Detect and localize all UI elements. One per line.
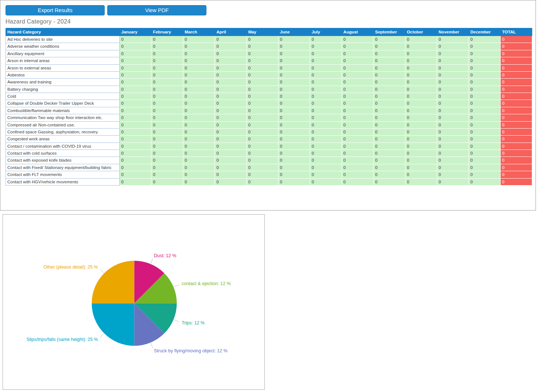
chart-panel: Dust: 12 %contact & ejection: 12 %Trips:… <box>3 214 265 390</box>
hazard-category-cell: Ad Hoc deliveries to site <box>6 36 120 43</box>
view-pdf-button[interactable]: View PDF <box>107 5 206 15</box>
month-value-cell: 0 <box>374 93 405 100</box>
pie-leader-line <box>173 319 179 322</box>
month-value-cell: 0 <box>183 93 215 100</box>
month-value-cell: 0 <box>437 43 469 50</box>
month-value-cell: 0 <box>246 157 278 164</box>
table-row: Awareness and training0000000000000 <box>6 79 532 86</box>
hazard-category-cell: Awareness and training <box>6 79 120 86</box>
month-value-cell: 0 <box>183 178 215 185</box>
month-value-cell: 0 <box>342 100 373 107</box>
hazard-category-cell: Communication Two way shop floor interac… <box>6 114 120 121</box>
pie-label-trips: Trips: 12 % <box>182 320 205 326</box>
month-value-cell: 0 <box>374 178 405 185</box>
month-value-cell: 0 <box>374 114 405 121</box>
month-value-cell: 0 <box>469 171 501 178</box>
month-value-cell: 0 <box>469 64 501 71</box>
month-value-cell: 0 <box>437 36 469 43</box>
month-value-cell: 0 <box>151 150 183 157</box>
month-value-cell: 0 <box>151 64 183 71</box>
table-row: Confined space Gassing, asphyxiation, re… <box>6 128 532 135</box>
month-value-cell: 0 <box>215 79 246 86</box>
month-value-cell: 0 <box>278 50 310 57</box>
hazard-category-cell: Compressed air Non-contained use. <box>6 121 120 128</box>
month-value-cell: 0 <box>183 136 215 143</box>
month-value-cell: 0 <box>437 150 469 157</box>
month-value-cell: 0 <box>374 43 405 50</box>
month-value-cell: 0 <box>374 64 405 71</box>
total-value-cell: 0 <box>501 143 532 150</box>
month-value-cell: 0 <box>183 171 215 178</box>
month-value-cell: 0 <box>437 57 469 64</box>
hazard-table-body: Ad Hoc deliveries to site0000000000000Ad… <box>6 36 532 186</box>
month-value-cell: 0 <box>310 136 342 143</box>
month-value-cell: 0 <box>151 79 183 86</box>
month-value-cell: 0 <box>405 143 437 150</box>
table-row: Ad Hoc deliveries to site0000000000000 <box>6 36 532 43</box>
month-value-cell: 0 <box>120 86 151 93</box>
month-value-cell: 0 <box>469 150 501 157</box>
month-value-cell: 0 <box>437 100 469 107</box>
hazard-category-cell: Contact / contamination with COVID-19 vi… <box>6 143 120 150</box>
month-value-cell: 0 <box>215 64 246 71</box>
month-value-cell: 0 <box>310 150 342 157</box>
hazard-category-cell: Ancillary equipment <box>6 50 120 57</box>
pie-label-dust: Dust: 12 % <box>154 253 176 258</box>
month-value-cell: 0 <box>215 114 246 121</box>
table-row: Contact with cold surfaces0000000000000 <box>6 150 532 157</box>
month-value-cell: 0 <box>215 164 246 171</box>
month-value-cell: 0 <box>437 128 469 135</box>
month-value-cell: 0 <box>120 100 151 107</box>
month-value-cell: 0 <box>215 86 246 93</box>
month-value-cell: 0 <box>120 114 151 121</box>
month-value-cell: 0 <box>310 114 342 121</box>
total-value-cell: 0 <box>501 57 532 64</box>
month-value-cell: 0 <box>374 150 405 157</box>
month-value-cell: 0 <box>215 36 246 43</box>
month-value-cell: 0 <box>437 86 469 93</box>
total-value-cell: 0 <box>501 107 532 114</box>
month-value-cell: 0 <box>151 57 183 64</box>
month-value-cell: 0 <box>310 79 342 86</box>
month-value-cell: 0 <box>183 50 215 57</box>
month-value-cell: 0 <box>278 121 310 128</box>
month-value-cell: 0 <box>342 107 373 114</box>
month-value-cell: 0 <box>405 121 437 128</box>
month-value-cell: 0 <box>151 100 183 107</box>
month-value-cell: 0 <box>246 36 278 43</box>
month-value-cell: 0 <box>342 128 373 135</box>
month-value-cell: 0 <box>151 43 183 50</box>
month-value-cell: 0 <box>278 57 310 64</box>
month-value-cell: 0 <box>374 86 405 93</box>
month-value-cell: 0 <box>278 71 310 78</box>
month-value-cell: 0 <box>374 128 405 135</box>
report-panel: Export Results View PDF Hazard Category … <box>0 0 536 211</box>
month-value-cell: 0 <box>151 164 183 171</box>
month-value-cell: 0 <box>405 157 437 164</box>
table-row: Congested work areas0000000000000 <box>6 136 532 143</box>
table-row: Compressed air Non-contained use.0000000… <box>6 121 532 128</box>
export-results-button[interactable]: Export Results <box>6 5 105 15</box>
month-value-cell: 0 <box>342 50 373 57</box>
month-value-cell: 0 <box>469 93 501 100</box>
month-value-cell: 0 <box>278 150 310 157</box>
month-value-cell: 0 <box>374 164 405 171</box>
month-value-cell: 0 <box>374 100 405 107</box>
month-value-cell: 0 <box>151 157 183 164</box>
hazard-category-cell: Arson to external areas <box>6 64 120 71</box>
month-value-cell: 0 <box>246 86 278 93</box>
month-value-cell: 0 <box>278 128 310 135</box>
month-value-cell: 0 <box>342 157 373 164</box>
table-header-row: Hazard CategoryJanuaryFebruaryMarchApril… <box>6 28 532 36</box>
month-value-cell: 0 <box>310 64 342 71</box>
total-column-header: TOTAL <box>501 28 532 36</box>
month-value-cell: 0 <box>120 79 151 86</box>
month-value-cell: 0 <box>310 57 342 64</box>
month-value-cell: 0 <box>469 57 501 64</box>
month-value-cell: 0 <box>405 71 437 78</box>
total-value-cell: 0 <box>501 164 532 171</box>
month-value-cell: 0 <box>120 57 151 64</box>
month-value-cell: 0 <box>469 86 501 93</box>
month-value-cell: 0 <box>215 71 246 78</box>
month-value-cell: 0 <box>405 171 437 178</box>
